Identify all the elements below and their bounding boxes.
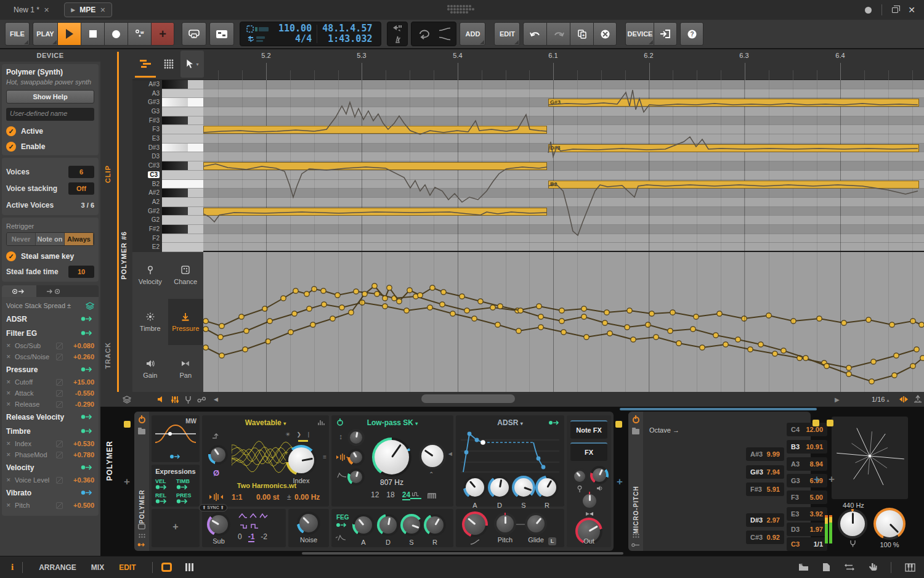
remove-icon[interactable]: ✕ (6, 390, 15, 396)
retrigger-never[interactable]: Never (7, 233, 36, 245)
expression-point[interactable] (219, 353, 224, 358)
tab-mod-sources[interactable] (2, 285, 36, 297)
expression-point[interactable] (362, 291, 367, 296)
record-arm-button[interactable]: + (151, 22, 174, 46)
expression-point[interactable] (495, 322, 500, 327)
slope-24[interactable]: 24 (402, 490, 410, 500)
piano-keys-icon[interactable] (905, 563, 915, 572)
tuning-knob[interactable] (838, 509, 867, 539)
expression-point[interactable] (890, 322, 894, 327)
curve-icon[interactable] (56, 502, 63, 509)
remove-icon[interactable]: ✕ (6, 401, 15, 407)
restore-window-icon[interactable] (892, 7, 898, 13)
env-knob-D[interactable] (377, 514, 399, 536)
expression-point[interactable] (203, 327, 208, 332)
lane-view-toggle-icon[interactable] (185, 563, 193, 571)
vel-sensitivity-knob[interactable] (572, 468, 588, 484)
tuning-fork-icon[interactable] (185, 396, 192, 404)
curve-icon[interactable] (56, 441, 63, 447)
remove-icon[interactable]: ✕ (6, 354, 15, 360)
env-knob-S[interactable] (400, 514, 423, 536)
clip-view-toggle-icon[interactable] (161, 563, 172, 572)
note-editor-view-button[interactable] (134, 51, 157, 78)
device-power-icon[interactable] (633, 417, 639, 423)
empty-modulator-slot[interactable]: + (152, 509, 200, 547)
fill-mode-button[interactable] (209, 22, 234, 46)
octave-mode-selector[interactable]: Octave → (649, 426, 679, 434)
expression-point[interactable] (322, 302, 326, 307)
loop-icon[interactable] (416, 28, 432, 39)
tool-selector-button[interactable]: ▾ (180, 51, 204, 78)
device-drag-handle[interactable] (124, 421, 131, 428)
expression-sliders-icon[interactable] (171, 396, 179, 404)
clip-launcher-indicator-icon[interactable] (246, 25, 271, 43)
expression-point[interactable] (472, 316, 477, 321)
expression-point[interactable] (627, 308, 632, 313)
expression-point[interactable] (646, 322, 650, 327)
expression-point[interactable] (694, 314, 699, 319)
random-phase-icon[interactable]: Ø (213, 468, 219, 478)
piano-key[interactable] (162, 134, 203, 144)
mapping-grid-icon[interactable] (633, 534, 639, 538)
expression-point[interactable] (383, 296, 387, 301)
insert-device-button[interactable] (654, 22, 677, 46)
scroll-left-icon[interactable]: ◀ (214, 396, 218, 402)
edit-button[interactable]: EDIT (494, 22, 520, 46)
pitch-cell-G3[interactable]: G36.99 (787, 474, 827, 487)
hand-tool-icon[interactable] (869, 563, 877, 572)
expression-tab-pressure[interactable]: Pressure (168, 299, 204, 346)
amount-knob[interactable] (873, 508, 906, 540)
fx-slot[interactable]: FX (570, 442, 607, 461)
tab-clip[interactable]: CLIP (104, 165, 111, 183)
expression-point[interactable] (631, 337, 636, 342)
pan-knob[interactable] (580, 492, 599, 510)
filter-keytrack-knob[interactable] (347, 449, 365, 466)
expression-point[interactable] (339, 305, 344, 310)
curve-icon[interactable] (56, 354, 63, 360)
expression-tab-timbre[interactable]: Timbre (132, 299, 168, 346)
expression-point[interactable] (602, 320, 607, 325)
piano-key[interactable] (162, 243, 203, 252)
device-drag-handle[interactable] (827, 420, 833, 426)
index-knob[interactable] (286, 445, 317, 476)
expression-point[interactable] (584, 335, 589, 340)
expression-point[interactable] (561, 330, 566, 335)
expression-point[interactable] (281, 296, 286, 301)
expression-point[interactable] (288, 330, 293, 335)
expression-point[interactable] (866, 317, 871, 322)
curve-icon[interactable] (56, 390, 63, 397)
mod-source-row[interactable]: Timbre (6, 424, 94, 438)
file-button[interactable]: FILE (5, 22, 30, 46)
expression-point[interactable] (293, 288, 298, 293)
curve-icon[interactable] (56, 477, 63, 484)
expression-point[interactable] (781, 348, 786, 353)
expression-point[interactable] (354, 289, 359, 294)
expression-point[interactable] (537, 304, 541, 309)
tab-track[interactable]: TRACK (104, 342, 111, 369)
expression-point[interactable] (869, 379, 874, 384)
piano-key[interactable] (162, 107, 203, 116)
expression-point[interactable] (676, 341, 681, 346)
expression-point[interactable] (478, 299, 483, 304)
env-knob-R[interactable] (424, 514, 446, 536)
mod-source-row[interactable]: Release Velocity (6, 410, 94, 424)
remove-icon[interactable]: ✕ (6, 477, 15, 483)
curve-icon[interactable] (56, 343, 63, 349)
expression-point[interactable] (871, 359, 876, 364)
sub-level-knob[interactable] (207, 513, 230, 536)
punch-in-icon[interactable] (392, 25, 402, 32)
glide-curve-knob[interactable] (462, 511, 488, 537)
expression-point[interactable] (758, 342, 763, 347)
enable-toggle[interactable]: ✓Enable (6, 142, 94, 152)
unison-voices-selector[interactable]: ✳ ❯ | (286, 431, 312, 438)
expression-point[interactable] (538, 314, 543, 319)
piano-key[interactable] (162, 152, 203, 161)
piano-key[interactable] (162, 98, 203, 107)
expression-point[interactable] (920, 356, 924, 360)
pitch-cell-D#3[interactable]: D#32.97 (746, 513, 784, 527)
remove-icon[interactable]: ✕ (6, 452, 15, 458)
expression-point[interactable] (654, 335, 659, 340)
remove-icon[interactable]: ✕ (6, 502, 15, 508)
expression-tab-pan[interactable]: Pan (168, 345, 204, 392)
mod-source-row[interactable]: Filter EG (6, 326, 94, 340)
